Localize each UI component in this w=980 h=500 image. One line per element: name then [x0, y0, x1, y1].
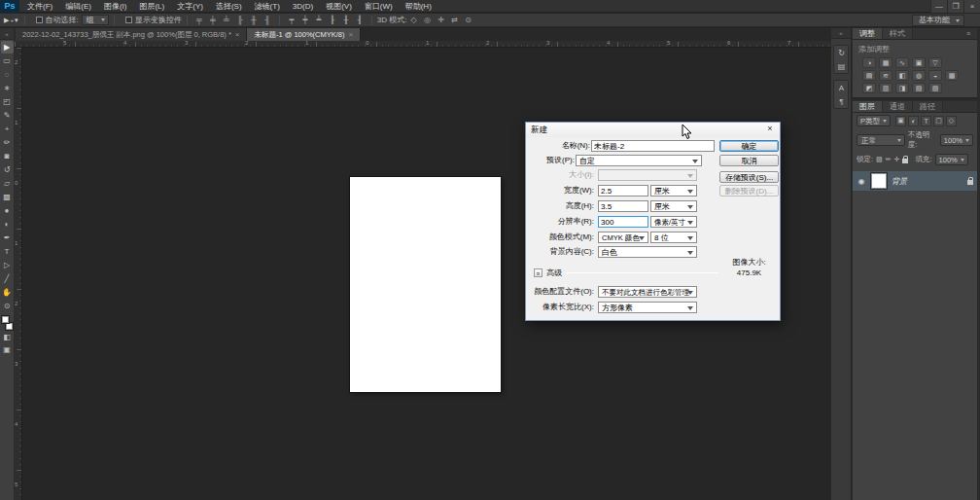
menu-item[interactable]: 文件(F): [27, 0, 52, 13]
align-right-icon[interactable]: ╢: [262, 16, 272, 24]
resolution-unit-dropdown[interactable]: 像素/英寸: [650, 216, 697, 228]
crop-tool[interactable]: ◰: [1, 95, 14, 108]
panel-tab[interactable]: 调整: [853, 28, 883, 39]
preset-dropdown[interactable]: 自定: [576, 155, 702, 166]
panel-tab[interactable]: 图层: [853, 101, 883, 112]
ok-button[interactable]: 确定: [719, 140, 779, 152]
paragraph-panel-icon[interactable]: ¶: [834, 94, 849, 108]
rectangular-marquee-tool[interactable]: ▭: [1, 54, 14, 67]
lock-transparent-pixels-icon[interactable]: ▨: [876, 156, 883, 163]
clone-stamp-tool[interactable]: ◙: [1, 150, 14, 162]
document-tab[interactable]: 未标题-1 @ 100%(CMYK/8) ×: [247, 28, 361, 41]
panel-menu-icon[interactable]: ≡: [966, 28, 974, 40]
3d-slide-icon[interactable]: ⇄: [450, 16, 460, 24]
screen-mode-icon[interactable]: ▣: [1, 344, 14, 356]
posterize-adjustment-icon[interactable]: ▥: [879, 83, 892, 93]
auto-select-dropdown[interactable]: 组: [82, 15, 109, 25]
color-profile-dropdown[interactable]: 不要对此文档进行色彩管理: [598, 286, 697, 298]
path-selection-tool[interactable]: ▷: [1, 259, 14, 271]
history-panel-icon[interactable]: ↻: [834, 46, 849, 59]
distribute-left-icon[interactable]: ┠: [328, 16, 337, 24]
gradient-tool[interactable]: ▩: [1, 191, 14, 203]
save-preset-button[interactable]: 存储预设(S)...: [719, 171, 779, 183]
eyedropper-tool[interactable]: ✎: [1, 109, 14, 122]
blend-mode-dropdown[interactable]: 正常: [857, 134, 905, 146]
opacity-value[interactable]: 100%: [940, 134, 973, 146]
3d-scale-icon[interactable]: ⊙: [464, 16, 473, 24]
3d-rotate-icon[interactable]: ◇: [409, 16, 419, 24]
cancel-button[interactable]: 取消: [719, 155, 779, 166]
healing-brush-tool[interactable]: +: [1, 123, 14, 135]
resolution-input[interactable]: [598, 216, 648, 228]
quick-mask-icon[interactable]: ◧: [1, 332, 14, 343]
layer-filter-dropdown[interactable]: P类型: [857, 115, 891, 126]
3d-drag-icon[interactable]: ✛: [437, 16, 446, 24]
menu-item[interactable]: 视图(V): [326, 0, 352, 13]
name-input[interactable]: [591, 140, 715, 152]
fill-value[interactable]: 100%: [935, 154, 968, 165]
layer-visibility-icon[interactable]: ◉: [857, 177, 866, 186]
tab-close-icon[interactable]: ×: [349, 30, 354, 39]
3d-roll-icon[interactable]: ◎: [423, 16, 433, 24]
hand-tool[interactable]: ✋: [1, 286, 14, 299]
width-unit-dropdown[interactable]: 厘米: [650, 185, 697, 196]
color-mode-dropdown[interactable]: CMYK 颜色: [598, 232, 648, 243]
channel-mixer-adjustment-icon[interactable]: ◒: [928, 70, 942, 81]
filter-adjustment-layers-icon[interactable]: ◐: [908, 116, 919, 126]
tool-preset-icon[interactable]: ▶₊▾: [4, 17, 19, 24]
align-vcenter-icon[interactable]: ╪: [208, 16, 218, 24]
selective-color-adjustment-icon[interactable]: ▨: [928, 83, 942, 93]
distribute-hcenter-icon[interactable]: ╂: [341, 16, 351, 24]
align-left-icon[interactable]: ╟: [235, 16, 245, 24]
hue-saturation-adjustment-icon[interactable]: ▤: [862, 70, 876, 81]
document-tab[interactable]: 2022-12-02_143733_朋偶王 副本.png @ 100%(图层 0…: [16, 28, 247, 41]
document-canvas[interactable]: [350, 177, 501, 392]
menu-item[interactable]: 3D(D): [293, 0, 313, 13]
restore-button[interactable]: ❐: [947, 0, 963, 13]
menu-item[interactable]: 图像(I): [104, 0, 127, 13]
type-tool[interactable]: T: [1, 245, 14, 258]
gradient-map-adjustment-icon[interactable]: ▧: [912, 83, 926, 93]
photo-filter-adjustment-icon[interactable]: ◍: [912, 70, 926, 81]
eraser-tool[interactable]: ▱: [1, 177, 14, 190]
tab-close-icon[interactable]: ×: [235, 30, 240, 39]
curves-adjustment-icon[interactable]: ∿: [895, 57, 909, 68]
menu-item[interactable]: 选择(S): [216, 0, 242, 13]
filter-type-layers-icon[interactable]: T: [921, 116, 931, 126]
layer-thumbnail[interactable]: [871, 173, 887, 189]
levels-adjustment-icon[interactable]: ▦: [879, 57, 892, 68]
lock-position-icon[interactable]: ✛: [894, 156, 900, 163]
lock-all-icon[interactable]: [902, 159, 908, 163]
invert-adjustment-icon[interactable]: ◩: [862, 83, 876, 93]
character-panel-icon[interactable]: A: [834, 81, 849, 94]
distribute-bottom-icon[interactable]: ┷: [314, 16, 324, 24]
panel-tab[interactable]: 通道: [883, 101, 913, 112]
zoom-tool[interactable]: ⊙: [1, 300, 14, 312]
lock-image-pixels-icon[interactable]: ✏: [886, 156, 892, 163]
color-swatches[interactable]: [1, 315, 14, 331]
width-input[interactable]: [598, 185, 648, 196]
panel-tab[interactable]: 路径: [913, 101, 943, 112]
advanced-toggle-icon[interactable]: ¤: [534, 268, 542, 277]
blur-tool[interactable]: ●: [1, 204, 14, 217]
quick-selection-tool[interactable]: ∗: [1, 82, 14, 94]
menu-item[interactable]: 滤镜(T): [255, 0, 280, 13]
vibrance-adjustment-icon[interactable]: ▽: [928, 57, 942, 68]
show-transform-checkbox[interactable]: [125, 17, 132, 23]
lasso-tool[interactable]: ◌: [1, 68, 14, 81]
background-contents-dropdown[interactable]: 白色: [598, 246, 697, 258]
distribute-right-icon[interactable]: ┨: [355, 16, 365, 24]
pixel-aspect-dropdown[interactable]: 方形像素: [598, 302, 697, 313]
brush-tool[interactable]: ✏: [1, 136, 14, 149]
threshold-adjustment-icon[interactable]: ◨: [895, 83, 909, 93]
workspace-switcher[interactable]: 基本功能: [912, 15, 964, 26]
exposure-adjustment-icon[interactable]: ▣: [912, 57, 926, 68]
auto-select-checkbox[interactable]: [36, 17, 43, 23]
color-lookup-adjustment-icon[interactable]: ▩: [945, 70, 959, 81]
black-white-adjustment-icon[interactable]: ◧: [895, 70, 909, 81]
menu-item[interactable]: 文字(Y): [177, 0, 203, 13]
minimize-button[interactable]: —: [930, 0, 947, 13]
panel-tab[interactable]: 样式: [883, 28, 913, 39]
menu-item[interactable]: 帮助(H): [405, 0, 432, 13]
dialog-title[interactable]: 新建: [526, 123, 780, 137]
